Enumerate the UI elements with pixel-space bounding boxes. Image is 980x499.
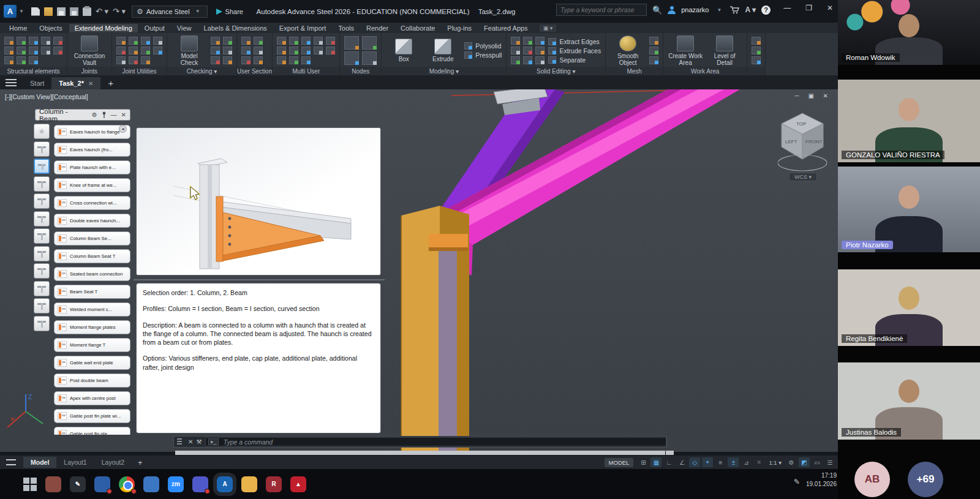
tool-icon[interactable] bbox=[17, 56, 26, 64]
tool-icon[interactable] bbox=[523, 56, 532, 64]
taskbar-acrobat-icon[interactable]: ▲ bbox=[290, 476, 306, 492]
panel-label[interactable]: Solid Editing ▾ bbox=[507, 67, 605, 75]
video-tile-regita-bendikien[interactable]: Regita Bendikienė bbox=[838, 269, 980, 346]
tool-icon[interactable] bbox=[116, 47, 126, 54]
open-file-icon[interactable] bbox=[44, 7, 53, 16]
search-icon[interactable]: 🔍 bbox=[652, 6, 662, 15]
tool-icon[interactable] bbox=[211, 56, 220, 64]
connection-item-gable-post-fin-plate-wi[interactable]: Gable post fin plate wi... bbox=[54, 409, 130, 423]
connection-item-moment-flange-t[interactable]: Moment flange T bbox=[54, 338, 130, 352]
ribbon-tab-plug-ins[interactable]: Plug-ins bbox=[442, 24, 477, 32]
connection-item-welded-moment-c[interactable]: Welded moment c... bbox=[54, 302, 130, 317]
command-line-grip[interactable] bbox=[177, 438, 182, 446]
connection-item-beam-seat-t[interactable]: Beam Seat T bbox=[54, 285, 130, 299]
wcs-selector[interactable]: WCS ▾ bbox=[789, 173, 817, 181]
button-level-of-detail[interactable]: Level of Detail bbox=[707, 36, 742, 66]
tool-icon[interactable] bbox=[153, 47, 162, 54]
tool-icon[interactable] bbox=[277, 37, 286, 45]
save-as-icon[interactable] bbox=[70, 7, 78, 16]
tool-icon[interactable] bbox=[535, 37, 545, 45]
category-favorites-icon[interactable]: ★ bbox=[34, 124, 50, 139]
category-brace[interactable] bbox=[34, 228, 50, 244]
button-presspull[interactable]: Presspull bbox=[464, 51, 502, 59]
category-platform[interactable] bbox=[34, 211, 50, 227]
button-extrude-faces[interactable]: Extrude Faces bbox=[548, 47, 601, 54]
connection-item-knee-of-frame-at-we[interactable]: Knee of frame at we... bbox=[54, 178, 130, 192]
tool-icon[interactable] bbox=[29, 47, 38, 54]
tool-icon[interactable] bbox=[649, 47, 658, 54]
tool-icon[interactable] bbox=[523, 37, 532, 45]
close-button[interactable]: ✕ bbox=[827, 4, 833, 12]
annotation-scale[interactable]: 1:1 ▾ bbox=[766, 459, 784, 466]
tool-icon[interactable] bbox=[752, 47, 761, 54]
ribbon-tab-render[interactable]: Render bbox=[361, 24, 394, 32]
polar-tracking-toggle[interactable]: ∠ bbox=[676, 457, 687, 467]
model-viewport[interactable]: [-][Custom View][Conceptual] ─ ▣ ✕ TOP L… bbox=[0, 89, 838, 452]
save-icon[interactable] bbox=[57, 7, 66, 16]
ribbon-display-toggle[interactable]: ▣ ▾ bbox=[540, 24, 557, 32]
button-extrude[interactable]: Extrude bbox=[425, 39, 461, 62]
tool-icon[interactable] bbox=[523, 47, 532, 54]
tool-icon[interactable] bbox=[314, 37, 323, 45]
layout-tab-layout2[interactable]: Layout2 bbox=[94, 457, 132, 468]
tool-icon[interactable] bbox=[17, 47, 26, 54]
button-box[interactable]: Box bbox=[386, 39, 421, 62]
connection-item-column-beam-seat-t[interactable]: Column Beam Seat T bbox=[54, 249, 130, 263]
avatar-69[interactable]: +69 bbox=[908, 462, 943, 497]
tool-icon[interactable] bbox=[129, 37, 138, 45]
user-account-icon[interactable] bbox=[668, 6, 676, 14]
tool-icon[interactable] bbox=[649, 56, 658, 64]
button-model-check[interactable]: Model Check bbox=[172, 36, 207, 66]
video-tile-justinas-balodis[interactable]: Justinas Balodis bbox=[838, 362, 980, 440]
layout-tab-model[interactable]: Model bbox=[23, 457, 56, 468]
taskbar-clock[interactable]: 17:19 19.01.2026 bbox=[806, 471, 837, 489]
command-line-close-icon[interactable]: ✕ bbox=[188, 438, 193, 445]
layout-tab-layout1[interactable]: Layout1 bbox=[56, 457, 94, 468]
tool-icon[interactable] bbox=[344, 36, 359, 50]
horizontal-scrollbar[interactable] bbox=[175, 451, 665, 455]
connection-item-cross-connection-wi[interactable]: Cross connection wi... bbox=[54, 196, 130, 210]
object-snap-toggle[interactable]: ⌖ bbox=[702, 457, 713, 467]
tool-icon[interactable] bbox=[29, 37, 38, 45]
tool-icon[interactable] bbox=[254, 37, 263, 45]
tool-icon[interactable] bbox=[223, 56, 232, 64]
file-tabs-menu-icon[interactable] bbox=[6, 79, 17, 86]
connection-item-plate-haunch-with-e[interactable]: Plate haunch with e... bbox=[54, 160, 130, 174]
ribbon-tab-home[interactable]: Home bbox=[4, 24, 32, 32]
tool-icon[interactable] bbox=[29, 56, 38, 64]
tool-icon[interactable] bbox=[535, 47, 545, 54]
palette-pin-icon[interactable] bbox=[102, 111, 107, 118]
taskbar-teams-icon[interactable] bbox=[192, 476, 208, 492]
ribbon-tab-objects[interactable]: Objects bbox=[34, 24, 67, 32]
connection-item-gable-wall-end-plate[interactable]: Gable wall end plate bbox=[54, 356, 130, 370]
ribbon-tab-labels-dimensions[interactable]: Labels & Dimensions bbox=[198, 24, 273, 32]
panel-label[interactable]: Modeling ▾ bbox=[382, 67, 506, 75]
ribbon-tab-export-import[interactable]: Export & Import bbox=[274, 24, 331, 32]
command-line-customize-icon[interactable]: ⚒ bbox=[196, 438, 202, 445]
3d-object-snap-toggle[interactable]: ⊿ bbox=[741, 457, 752, 467]
new-file-icon[interactable] bbox=[31, 7, 40, 16]
tool-icon[interactable] bbox=[254, 47, 263, 54]
tool-icon[interactable] bbox=[649, 37, 658, 45]
haunch-bracket[interactable] bbox=[429, 234, 468, 247]
redo-icon[interactable]: ↷ ▾ bbox=[113, 7, 126, 16]
connection-item-gable-post-fin-pla[interactable]: Gable post fin pla... bbox=[54, 427, 130, 435]
tab-close-icon[interactable]: ✕ bbox=[88, 80, 93, 87]
undo-icon[interactable]: ↶ ▾ bbox=[96, 7, 108, 16]
palette-title-bar[interactable]: Column - Beam ⚙ — ✕ bbox=[35, 109, 130, 121]
tool-icon[interactable] bbox=[314, 47, 323, 54]
tool-icon[interactable] bbox=[211, 47, 220, 54]
ortho-mode-toggle[interactable]: ∟ bbox=[663, 457, 674, 467]
connection-item-double-eaves-haunch[interactable]: Double eaves haunch... bbox=[54, 214, 130, 228]
ribbon-tab-output[interactable]: Output bbox=[139, 24, 170, 32]
signed-in-user[interactable]: pnazarko bbox=[681, 6, 709, 13]
tool-icon[interactable] bbox=[301, 56, 311, 64]
taskbar-edge-browser-icon[interactable] bbox=[143, 476, 159, 492]
tool-icon[interactable] bbox=[362, 51, 377, 65]
connection-item-seated-beam-connection[interactable]: Seated beam connection bbox=[54, 267, 130, 281]
tool-icon[interactable] bbox=[141, 56, 150, 64]
restore-button[interactable]: ❐ bbox=[805, 4, 812, 12]
tool-icon[interactable] bbox=[41, 47, 50, 54]
tool-icon[interactable] bbox=[289, 47, 298, 54]
category-eaves-haunch[interactable] bbox=[34, 141, 50, 157]
